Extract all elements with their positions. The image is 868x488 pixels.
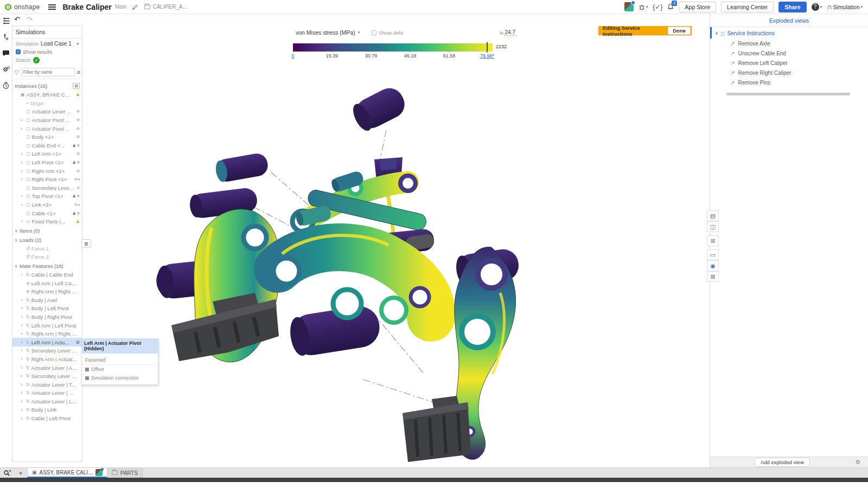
add-exploded-view-button[interactable]: Add exploded view <box>755 458 810 467</box>
expand-chevron-icon[interactable]: › <box>21 126 24 131</box>
user-avatar[interactable] <box>624 2 634 11</box>
named-positions-panel-icon[interactable]: ⊞ <box>707 235 719 246</box>
expand-chevron-icon[interactable]: › <box>21 169 24 174</box>
expand-chevron-icon[interactable]: › <box>21 340 24 345</box>
expand-chevron-icon[interactable]: › <box>21 314 24 319</box>
mate-row[interactable]: › ↻ Secondary Lever | ... <box>12 372 82 381</box>
tree-row[interactable]: ▢ Cable <1> ♟Φ <box>12 209 82 217</box>
expand-chevron-icon[interactable]: › <box>21 374 24 378</box>
tree-row[interactable]: ▢ Secondary Leve... Φ <box>12 184 82 192</box>
expand-chevron-icon[interactable]: › <box>21 202 24 207</box>
mate-row[interactable]: › ↻ Body | Left Pivot <box>12 304 82 313</box>
history-icon[interactable] <box>2 81 10 90</box>
gear-icon[interactable]: ⚙ <box>855 459 860 466</box>
expand-chevron-icon[interactable]: › <box>21 407 24 412</box>
exploded-view-root[interactable]: ∨ ◫ Service Instructions <box>710 27 868 38</box>
search-tabs-button[interactable] <box>0 468 14 478</box>
loads-header[interactable]: ∨ Loads (2) <box>12 235 82 245</box>
expand-chevron-icon[interactable]: › <box>21 399 24 404</box>
settings-help-icon[interactable] <box>2 65 10 74</box>
expand-chevron-icon[interactable]: › <box>21 194 24 198</box>
undo-button[interactable]: ↶ <box>14 15 20 23</box>
account-menu[interactable]: ∩ Simulation ▾ <box>827 3 863 11</box>
expand-chevron-icon[interactable]: › <box>21 382 24 387</box>
tree-row[interactable]: ▢ Body <1> Φ <box>12 133 82 142</box>
part-pin-a[interactable] <box>214 152 270 183</box>
tree-row[interactable]: › ▢ Left Pivot <1> ♟Φ <box>12 158 82 167</box>
help-menu[interactable]: ? ▾ <box>812 3 822 11</box>
part-caliper-body[interactable] <box>273 235 431 323</box>
expand-chevron-icon[interactable]: › <box>21 348 24 353</box>
share-button[interactable]: Share <box>778 2 806 12</box>
tab-assembly[interactable]: ▣ ASSY, BRAKE CALI... <box>27 468 107 478</box>
done-button[interactable]: Done <box>668 27 691 35</box>
mate-row[interactable]: › ↻ Left Arm | Left Pivot <box>12 321 82 330</box>
expand-chevron-icon[interactable]: › <box>21 416 24 421</box>
instances-header[interactable]: Instances (16) ⊞ <box>12 81 82 91</box>
mate-row[interactable]: › ↻ Body | Axel <box>12 296 82 304</box>
filter-icon[interactable]: ▽ <box>15 69 19 75</box>
mate-row[interactable]: › ↻ Actuator Lever | Link <box>12 397 82 406</box>
mate-row[interactable]: › ↻ Actuator Lever | Ac... <box>12 363 82 372</box>
mate-row[interactable]: › ↻ Body | Right Pivot <box>12 313 82 322</box>
tab-parts[interactable]: PARTS <box>107 468 143 478</box>
exploded-step[interactable]: ↗ Remove Left Caliper <box>710 58 868 68</box>
mate-row[interactable]: ⊕ Right Arm | Right C... <box>12 287 82 296</box>
expand-chevron-icon[interactable]: › <box>21 272 24 277</box>
add-tab-button[interactable]: + <box>14 468 27 478</box>
expand-chevron-icon[interactable]: › <box>21 151 24 156</box>
branch-label[interactable]: Main <box>115 4 127 10</box>
expand-chevron-icon[interactable]: › <box>21 306 24 311</box>
show-deformation-control[interactable]: Show defo <box>372 30 403 36</box>
exploded-views-panel-icon[interactable]: ◫ <box>707 221 719 232</box>
tree-row[interactable]: › ▭ Fixed Parts (... ♟ <box>12 217 82 226</box>
expand-chevron-icon[interactable]: › <box>21 298 24 303</box>
mate-row[interactable]: › ↻ Cable | Cable End <box>12 271 82 279</box>
comments-icon[interactable] <box>2 49 10 57</box>
redo-button[interactable]: ↷ <box>27 15 33 23</box>
display-states-panel-icon[interactable]: ▭ <box>707 249 719 260</box>
feedback-menu[interactable]: ▾ <box>639 4 648 10</box>
show-results-row[interactable]: ✓ Show results <box>12 47 82 55</box>
expand-chevron-icon[interactable]: › <box>21 118 24 123</box>
expand-chevron-icon[interactable]: › <box>21 160 24 165</box>
exploded-step[interactable]: ↗ Remove Right Caliper <box>710 68 868 78</box>
tree-row[interactable]: › ▢ Link <2> Φ• <box>12 201 82 209</box>
appearance-panel-icon[interactable]: ▤ <box>707 210 719 221</box>
notifications-button[interactable]: 2 <box>667 3 674 10</box>
mate-row[interactable]: › ↻ Right Arm | Actuat... <box>12 355 82 364</box>
load-row[interactable]: ↺ Force 2 <box>12 253 82 261</box>
mate-row[interactable]: ⊕ Left Arm | Left Carr... <box>12 279 82 287</box>
tree-structure-toggle-button[interactable]: ≣ <box>81 239 91 248</box>
expand-chevron-icon[interactable]: › <box>21 357 24 362</box>
expand-chevron-icon[interactable]: › <box>21 177 24 182</box>
exploded-step[interactable]: ↗ Remove Axle <box>710 38 868 48</box>
mate-row[interactable]: › ↻ Secondary Lever | ... <box>12 346 82 355</box>
link-icon[interactable]: 🖉 <box>132 4 138 10</box>
add-study-icon[interactable] <box>2 33 10 41</box>
part-top-axle[interactable] <box>349 84 410 134</box>
learning-center-button[interactable]: Learning Center <box>721 2 774 12</box>
main-menu-icon[interactable] <box>48 3 56 11</box>
insert-instance-icon[interactable]: ⊞ <box>73 83 80 89</box>
expand-chevron-icon[interactable]: › <box>21 390 24 395</box>
exploded-step[interactable]: ↗ Remove Pins <box>710 78 868 87</box>
bom-panel-icon[interactable]: ◉ <box>707 260 719 271</box>
expand-chevron-icon[interactable]: › <box>21 331 24 336</box>
document-tab[interactable]: CALIPER_A... <box>144 4 187 10</box>
simulation-select-row[interactable]: Simulation Load Case 1 ▾ <box>12 38 82 47</box>
tree-row[interactable]: ▢ Cable End <... ♟Φ <box>12 142 82 150</box>
tree-row[interactable]: ▢ Actuator Lever ... Φ <box>12 107 82 116</box>
app-store-button[interactable]: App Store <box>679 2 716 12</box>
tree-row[interactable]: › ▢ Actuator Pivot ... Φ <box>12 116 82 125</box>
tree-row[interactable]: + Origin <box>12 99 82 108</box>
mate-row[interactable]: › ↻ Left Arm | Actu... ⊘ <box>12 338 82 346</box>
tree-row[interactable]: › ▢ Actuator Pivot ... Φ <box>12 124 82 133</box>
explode-slider[interactable] <box>726 93 850 95</box>
3d-viewport[interactable]: von Mises stress (MPa) ▾ Show defo Editi… <box>82 14 708 467</box>
show-deformation-checkbox[interactable] <box>372 30 376 35</box>
simulation-panel-icon[interactable] <box>2 16 10 25</box>
part-small-pin-2[interactable] <box>295 205 332 227</box>
mate-row[interactable]: › ↻ Actuator Lever | Ca... <box>12 389 82 397</box>
mate-row[interactable]: › ↻ Body | Link <box>12 406 82 414</box>
